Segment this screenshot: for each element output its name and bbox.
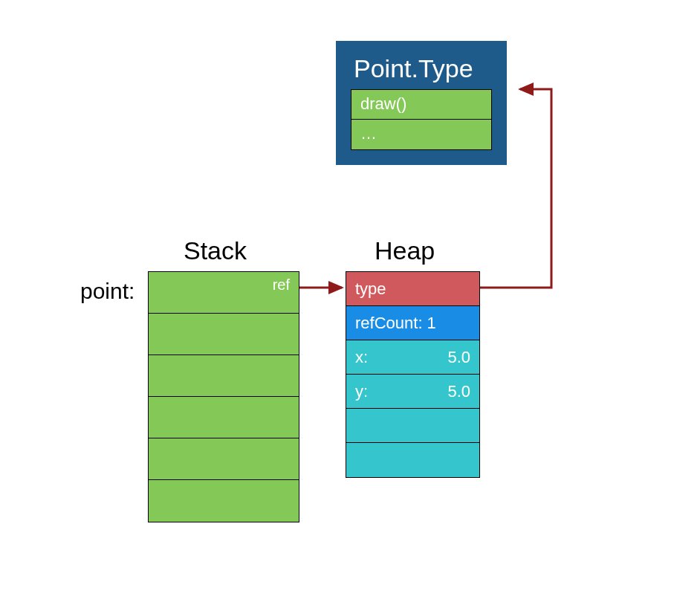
heap-x-value: 5.0: [447, 348, 470, 367]
point-variable-label: point:: [80, 279, 135, 304]
heap-x-label: x:: [355, 348, 368, 367]
heap-row-refcount: refCount: 1: [346, 306, 479, 340]
heap-row-x: x: 5.0: [346, 340, 479, 375]
stack-row-empty: [149, 480, 299, 522]
stack-row-empty: [149, 397, 299, 438]
heap-row-y: y: 5.0: [346, 375, 479, 409]
stack-heading: Stack: [184, 236, 247, 265]
stack-row-empty: [149, 314, 299, 355]
stack-row-ref: ref: [149, 272, 299, 314]
stack-row-empty: [149, 355, 299, 397]
type-metadata-box: Point.Type draw() …: [336, 41, 507, 165]
heap-row-empty: [346, 443, 479, 477]
heap-refcount-label: refCount: 1: [355, 314, 436, 333]
heap-y-label: y:: [355, 382, 368, 401]
stack-row-empty: [149, 438, 299, 480]
type-method-row: …: [351, 120, 491, 149]
heap-y-value: 5.0: [447, 382, 470, 401]
type-method-row: draw(): [351, 90, 491, 120]
heap-table: type refCount: 1 x: 5.0 y: 5.0: [346, 271, 480, 478]
heap-type-label: type: [355, 279, 386, 299]
heap-heading: Heap: [375, 236, 435, 265]
heap-row-empty: [346, 409, 479, 443]
heap-row-type: type: [346, 272, 479, 306]
type-title: Point.Type: [351, 54, 492, 83]
type-methods-table: draw() …: [351, 89, 492, 150]
stack-table: ref: [148, 271, 299, 522]
